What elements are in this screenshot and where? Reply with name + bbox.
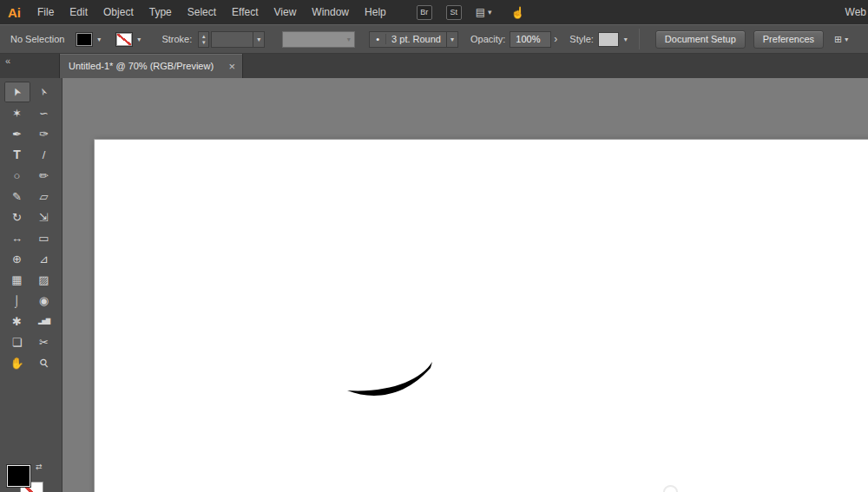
menu-type[interactable]: Type (141, 6, 180, 18)
curvature-tool[interactable]: ✑ (31, 123, 57, 144)
brush-definition-combo[interactable]: • 3 pt. Round ▾ (369, 31, 458, 48)
arrange-documents-icon: ▤ (476, 6, 485, 18)
document-tab-title: Untitled-1* @ 70% (RGB/Preview) (69, 61, 223, 71)
touch-workspace-icon[interactable]: ☝ (511, 6, 525, 19)
pen-tool[interactable]: ✒ (4, 123, 30, 144)
menu-view[interactable]: View (266, 6, 305, 18)
style-swatch[interactable] (598, 32, 619, 47)
align-icon: ⊞ (834, 34, 842, 45)
separator (639, 29, 640, 49)
pencil-tool[interactable]: ✎ (4, 186, 30, 207)
magic-wand-tool[interactable]: ✶ (4, 102, 30, 123)
stroke-dropdown-button[interactable]: ▾ (134, 32, 144, 47)
type-tool[interactable]: T (4, 144, 30, 165)
opacity-panel-arrow-icon[interactable]: › (554, 33, 557, 45)
stock-button[interactable]: St (446, 5, 462, 20)
column-graph-tool-icon: ▂▅▇ (38, 318, 49, 325)
width-tool[interactable]: ↔ (4, 227, 30, 248)
swap-fill-stroke-icon[interactable]: ⇄ (36, 462, 43, 471)
fill-swatch[interactable] (76, 33, 92, 46)
stepper-up-icon[interactable]: ▴ (202, 33, 206, 39)
mesh-tool-icon: ▦ (11, 273, 22, 286)
toolbar-collapse-icon[interactable]: « (5, 56, 10, 66)
blend-tool[interactable]: ◉ (31, 290, 57, 311)
eraser-tool[interactable]: ▱ (31, 186, 57, 207)
illustrator-window: Ai FileEditObjectTypeSelectEffectViewWin… (0, 0, 868, 492)
menu-object[interactable]: Object (95, 6, 141, 18)
fill-proxy-black[interactable] (7, 465, 30, 487)
chevron-down-icon: ▾ (343, 32, 354, 47)
rotate-tool[interactable]: ↻ (4, 207, 30, 227)
menu-select[interactable]: Select (180, 6, 224, 18)
magic-wand-tool-icon: ✶ (12, 107, 22, 120)
canvas-area[interactable] (62, 78, 868, 492)
opacity-input[interactable]: 100% (510, 31, 551, 48)
menu-file[interactable]: File (30, 6, 62, 18)
width-tool-icon: ↔ (11, 232, 23, 245)
tools-grid: ➤➢✶∽✒✑T/○✏✎▱↻⇲↔▭⊕⊿▦▨⌡◉✱▂▅▇❏✂✋⚲ (0, 78, 62, 373)
paintbrush-tool-icon: ✏ (39, 169, 49, 182)
gradient-tool[interactable]: ▨ (31, 269, 57, 290)
menu-effect[interactable]: Effect (224, 6, 266, 18)
close-tab-icon[interactable]: × (223, 60, 235, 73)
style-dropdown-button[interactable]: ▾ (621, 32, 631, 47)
width-profile-combo-disabled: ▾ (282, 31, 355, 48)
column-graph-tool[interactable]: ▂▅▇ (31, 311, 57, 331)
stroke-swatch-none[interactable] (116, 33, 132, 46)
artboard-tool-icon: ❏ (12, 336, 23, 349)
zoom-tool-icon: ⚲ (36, 355, 51, 371)
menu-window[interactable]: Window (304, 6, 357, 18)
artboard[interactable] (94, 139, 868, 492)
scale-tool[interactable]: ⇲ (31, 207, 57, 227)
eyedropper-tool[interactable]: ⌡ (4, 290, 30, 311)
gradient-tool-icon: ▨ (38, 273, 49, 286)
curvature-tool-icon: ✑ (39, 128, 49, 141)
selection-status-label: No Selection (10, 34, 64, 44)
fill-color-control[interactable]: ▾ (76, 32, 104, 47)
transform-align-button[interactable]: ⊞ ▾ (834, 34, 848, 45)
menubar: Ai FileEditObjectTypeSelectEffectViewWin… (0, 0, 868, 24)
bridge-button[interactable]: Br (417, 5, 432, 20)
paintbrush-tool[interactable]: ✏ (31, 165, 57, 186)
fill-stroke-widget: ⇄ (7, 465, 49, 492)
slice-tool[interactable]: ✂ (31, 331, 57, 352)
blend-tool-icon: ◉ (39, 294, 49, 307)
direct-selection-tool[interactable]: ➢ (31, 82, 57, 102)
chevron-down-icon[interactable]: ▾ (446, 32, 457, 47)
selection-tool[interactable]: ➤ (4, 82, 30, 102)
chevron-down-icon[interactable]: ▾ (253, 32, 264, 47)
symbol-sprayer-tool[interactable]: ✱ (4, 311, 30, 331)
type-tool-icon: T (13, 148, 21, 161)
tools-panel: ➤➢✶∽✒✑T/○✏✎▱↻⇲↔▭⊕⊿▦▨⌡◉✱▂▅▇❏✂✋⚲ ⇄ (0, 78, 62, 492)
menu-help[interactable]: Help (357, 6, 394, 18)
shape-builder-tool[interactable]: ⊕ (4, 248, 30, 269)
opacity-label: Opacity: (470, 34, 505, 44)
free-transform-tool[interactable]: ▭ (31, 227, 57, 248)
stroke-weight-stepper[interactable]: ▴ ▾ (198, 31, 209, 48)
rotate-tool-icon: ↻ (12, 211, 22, 224)
document-tab-bar: « Untitled-1* @ 70% (RGB/Preview) × (0, 54, 868, 78)
slice-tool-icon: ✂ (39, 336, 49, 349)
artboard-tool[interactable]: ❏ (4, 331, 30, 352)
ellipse-tool[interactable]: ○ (4, 165, 30, 186)
stroke-weight-combo[interactable]: ▾ (211, 31, 265, 48)
stepper-down-icon[interactable]: ▾ (202, 39, 206, 45)
chevron-down-icon: ▾ (624, 36, 628, 43)
workspace-switcher[interactable]: Web (845, 6, 868, 18)
menu-edit[interactable]: Edit (62, 6, 95, 18)
document-setup-button[interactable]: Document Setup (655, 30, 746, 49)
perspective-grid-tool[interactable]: ⊿ (31, 248, 57, 269)
arrange-documents-button[interactable]: ▤ ▾ (476, 6, 492, 18)
brush-definition-value: 3 pt. Round (386, 34, 446, 44)
document-tab[interactable]: Untitled-1* @ 70% (RGB/Preview) × (59, 54, 243, 78)
stroke-weight-label: Stroke: (161, 34, 192, 44)
fill-dropdown-button[interactable]: ▾ (94, 32, 104, 47)
drawn-swoosh-shape[interactable] (346, 360, 433, 400)
lasso-tool[interactable]: ∽ (31, 102, 57, 123)
hand-tool[interactable]: ✋ (4, 352, 30, 373)
zoom-tool[interactable]: ⚲ (31, 352, 57, 373)
line-segment-tool[interactable]: / (31, 144, 57, 165)
preferences-button[interactable]: Preferences (753, 30, 824, 49)
stroke-color-control[interactable]: ▾ (116, 32, 144, 47)
mesh-tool[interactable]: ▦ (4, 269, 30, 290)
